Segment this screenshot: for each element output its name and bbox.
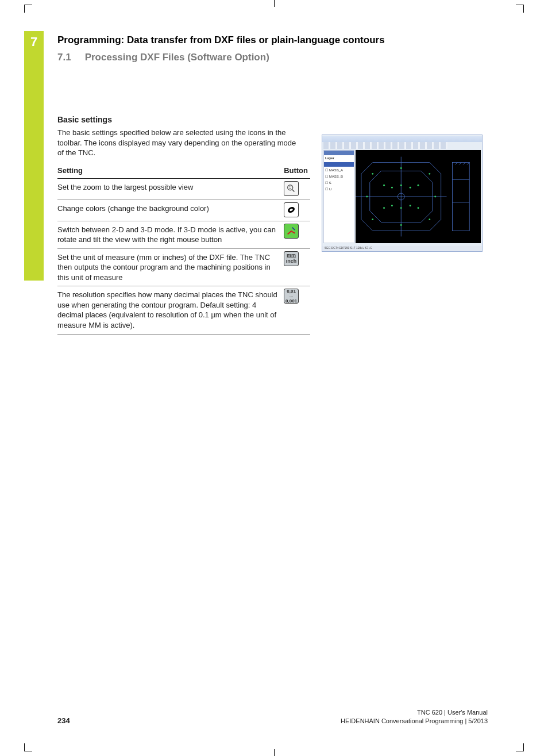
svg-point-24 <box>391 205 393 206</box>
svg-point-0 <box>288 185 293 190</box>
setting-text: Change colors (change the background col… <box>57 199 284 221</box>
section-heading: 7.1Processing DXF Files (Software Option… <box>57 52 502 63</box>
svg-point-23 <box>418 207 419 209</box>
table-row: Set the unit of measure (mm or inches) o… <box>57 248 310 286</box>
resolution-icon: 0,01 ... 0,001 <box>284 289 299 304</box>
svg-point-16 <box>400 167 402 169</box>
svg-point-26 <box>391 187 393 189</box>
svg-point-22 <box>383 207 385 209</box>
svg-point-17 <box>400 224 402 226</box>
screenshot-cad-view <box>356 150 481 243</box>
svg-point-25 <box>410 205 411 206</box>
settings-table: Setting Button Set the zoom to the large… <box>57 164 310 335</box>
svg-point-15 <box>429 218 430 220</box>
svg-rect-9 <box>452 163 469 231</box>
section-number: 7.1 <box>57 52 71 63</box>
svg-line-1 <box>292 189 295 191</box>
svg-point-20 <box>383 185 385 186</box>
svg-point-28 <box>400 185 402 186</box>
footer-right: TNC 620 | User's Manual HEIDENHAIN Conve… <box>341 708 488 725</box>
table-row: Change colors (change the background col… <box>57 199 310 221</box>
subsection-heading: Basic settings <box>57 115 502 124</box>
svg-point-19 <box>434 196 436 198</box>
chapter-number: 7 <box>24 34 44 49</box>
svg-point-3 <box>291 186 291 187</box>
setting-text: Set the unit of measure (mm or inches) o… <box>57 248 284 286</box>
change-colors-icon <box>284 202 299 217</box>
svg-point-14 <box>372 218 373 220</box>
intro-paragraph: The basic settings specified below are s… <box>57 128 299 158</box>
dxf-screenshot: Layer ☐ MASS_A ☐ MASS_B ☐ S ☐ U <box>322 135 483 252</box>
zoom-fit-icon <box>284 181 299 196</box>
svg-point-21 <box>418 185 419 186</box>
setting-text: Set the zoom to the largest possible vie… <box>57 178 284 199</box>
chapter-color-bar <box>24 31 44 281</box>
chapter-title: Programming: Data transfer from DXF file… <box>57 34 502 46</box>
page-number: 234 <box>57 716 70 725</box>
col-header-setting: Setting <box>57 164 284 179</box>
svg-point-13 <box>429 173 430 175</box>
svg-point-29 <box>400 207 402 209</box>
table-row: Set the zoom to the largest possible vie… <box>57 178 310 199</box>
section-title: Processing DXF Files (Software Option) <box>85 52 269 63</box>
setting-text: The resolution specifies how many decima… <box>57 286 284 334</box>
table-row: Switch between 2-D and 3-D mode. If 3-D … <box>57 221 310 248</box>
svg-point-18 <box>366 196 368 198</box>
unit-mm-inch-icon: mm inch <box>284 251 299 266</box>
setting-text: Switch between 2-D and 3-D mode. If 3-D … <box>57 221 284 248</box>
screenshot-status-bar: SEC DCT>CD7999 S+7 128+L S7+C <box>322 246 482 251</box>
col-header-button: Button <box>284 164 310 179</box>
screenshot-layer-panel: Layer ☐ MASS_A ☐ MASS_B ☐ S ☐ U <box>323 150 354 243</box>
table-row: The resolution specifies how many decima… <box>57 286 310 334</box>
toggle-2d-3d-icon <box>284 224 299 239</box>
svg-point-27 <box>410 187 411 189</box>
svg-point-12 <box>372 173 373 175</box>
svg-point-2 <box>289 186 290 187</box>
screenshot-toolbar <box>323 142 447 149</box>
